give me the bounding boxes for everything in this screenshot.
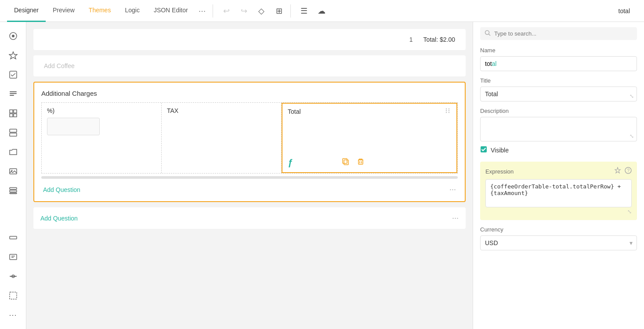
expr-header: Expression ?: [485, 167, 632, 176]
horizontal-scrollbar[interactable]: [41, 176, 458, 179]
expression-panel: Expression ? {coffeeOrderTable-total.tot…: [480, 162, 637, 220]
svg-rect-16: [10, 190, 17, 192]
svg-rect-33: [358, 160, 363, 164]
col3-label: Total: [288, 108, 451, 115]
svg-rect-12: [10, 133, 17, 136]
tab-preview[interactable]: Preview: [46, 0, 82, 22]
expr-help-button[interactable]: ?: [625, 167, 632, 176]
svg-rect-22: [10, 276, 17, 277]
svg-rect-10: [14, 114, 17, 117]
sidebar-icon-frame[interactable]: [4, 287, 22, 304]
right-panel: Name total Title Total ⤡ Description ⤡ V…: [473, 22, 644, 329]
svg-rect-11: [10, 129, 17, 132]
panel-title: Additional Charges: [41, 90, 458, 97]
desc-field-container[interactable]: ⤡: [480, 117, 637, 141]
matrix-col-3-selected[interactable]: Total ƒ: [282, 103, 457, 173]
sidebar-icon-text2[interactable]: [4, 248, 22, 266]
sidebar-icon-star[interactable]: [4, 47, 22, 64]
matrix-col-1: %): [42, 103, 162, 173]
title-field-container[interactable]: Total ⤡: [480, 87, 637, 101]
tab-json-editor[interactable]: JSON Editor: [147, 0, 195, 22]
name-label: Name: [480, 47, 637, 54]
svg-text:?: ?: [627, 168, 630, 173]
settings-button[interactable]: ⊞: [271, 3, 287, 19]
expr-magic-button[interactable]: [614, 167, 621, 176]
more-tabs-button[interactable]: ···: [195, 6, 210, 16]
svg-rect-19: [10, 254, 17, 260]
left-sidebar: ···: [0, 22, 26, 329]
total-value: Total: $2.00: [423, 36, 455, 43]
col3-actions: ƒ: [288, 158, 365, 168]
add-question-button-2[interactable]: Add Question: [40, 215, 78, 222]
svg-rect-7: [10, 110, 13, 113]
nav-separator-2: [290, 4, 291, 18]
sidebar-icon-folder[interactable]: [4, 143, 22, 161]
sidebar-icon-text[interactable]: [4, 85, 22, 103]
delete-icon[interactable]: [357, 158, 365, 168]
add-question-button[interactable]: Add Question: [43, 186, 80, 193]
redo-button[interactable]: ↪: [236, 3, 252, 19]
svg-point-1: [12, 35, 14, 37]
expr-resize-handle: ⤡: [485, 209, 632, 215]
svg-marker-2: [9, 52, 17, 59]
currency-select[interactable]: USD EUR GBP JPY: [480, 235, 637, 250]
top-nav: Designer Preview Themes Logic JSON Edito…: [0, 0, 644, 22]
desc-label: Description: [480, 108, 637, 114]
add-question-more-button-2[interactable]: ···: [452, 213, 459, 223]
top-strip: 1 Total: $2.00: [33, 29, 466, 50]
currency-label: Currency: [480, 226, 637, 233]
svg-rect-18: [10, 236, 17, 239]
nav-actions: ↩ ↪ ◇ ⊞: [218, 3, 287, 19]
svg-rect-31: [344, 160, 348, 165]
eraser-button[interactable]: ◇: [253, 3, 269, 19]
sidebar-icon-slider[interactable]: [4, 268, 22, 285]
svg-rect-9: [10, 114, 13, 117]
add-coffee-placeholder: Add Coffee: [44, 59, 75, 73]
sidebar-icon-image[interactable]: [4, 163, 22, 180]
svg-point-26: [449, 108, 449, 109]
svg-point-25: [446, 108, 447, 109]
undo-button[interactable]: ↩: [218, 3, 234, 19]
svg-point-28: [449, 110, 449, 111]
add-question-more-button[interactable]: ···: [449, 185, 456, 194]
sidebar-icon-matrix[interactable]: [4, 105, 22, 122]
svg-point-30: [449, 112, 449, 113]
svg-rect-8: [14, 110, 17, 113]
quantity-value: 1: [409, 36, 413, 43]
sidebar-icon-list[interactable]: [4, 182, 22, 199]
expr-actions: ?: [614, 167, 632, 176]
sidebar-icon-radio[interactable]: [4, 27, 22, 45]
search-input[interactable]: [494, 30, 633, 37]
currency-select-wrapper: USD EUR GBP JPY: [480, 235, 637, 250]
col1-input: [47, 118, 100, 135]
canvas-area: 1 Total: $2.00 Add Coffee Additional Cha…: [26, 22, 473, 329]
tab-logic[interactable]: Logic: [118, 0, 146, 22]
tab-designer[interactable]: Designer: [7, 0, 46, 22]
svg-rect-15: [10, 188, 17, 189]
sidebar-icon-panel[interactable]: [4, 124, 22, 141]
name-prefix: tot: [485, 60, 492, 67]
main-layout: ··· 1 Total: $2.00 Add Coffee Additional…: [0, 22, 644, 329]
add-coffee-panel: Add Coffee: [33, 55, 466, 76]
col1-label: %): [47, 107, 156, 114]
copy-icon[interactable]: [342, 158, 350, 168]
matrix-row: %) TAX Total ƒ: [41, 102, 458, 174]
cloud-button[interactable]: ☁: [314, 3, 329, 19]
function-icon[interactable]: ƒ: [288, 158, 293, 168]
bottom-add-panel: Add Question ···: [33, 207, 466, 229]
sidebar-icon-more[interactable]: ···: [4, 306, 22, 324]
expr-title: Expression: [485, 168, 514, 175]
tab-themes[interactable]: Themes: [82, 0, 118, 22]
svg-rect-38: [481, 146, 487, 152]
drag-handle: [444, 107, 451, 116]
expression-textarea[interactable]: {coffeeOrderTable-total.totalPerRow} + {…: [485, 179, 632, 207]
book-button[interactable]: ☰: [296, 3, 312, 19]
visible-check[interactable]: [480, 146, 487, 155]
sidebar-icon-check[interactable]: [4, 66, 22, 83]
nav-right: total: [619, 7, 637, 14]
search-box: [480, 27, 637, 40]
nav-title-right: total: [619, 7, 637, 14]
sidebar-icon-input[interactable]: [4, 229, 22, 246]
name-field-container[interactable]: total: [480, 56, 637, 71]
additional-charges-panel: Additional Charges %) TAX Total: [33, 82, 466, 202]
